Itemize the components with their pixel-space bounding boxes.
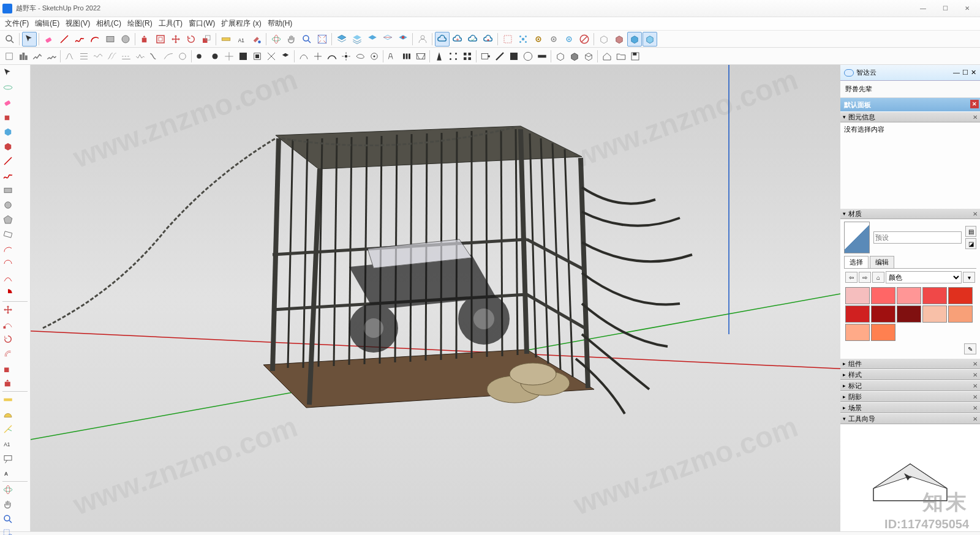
- tb2-36[interactable]: [521, 50, 535, 63]
- material-create-icon[interactable]: ▤: [965, 226, 976, 237]
- cloud-d-icon[interactable]: [481, 32, 496, 47]
- zhida-min[interactable]: —: [953, 69, 960, 77]
- shadows-close[interactable]: ✕: [973, 394, 978, 400]
- gear3-icon[interactable]: [562, 32, 576, 47]
- nav-home-icon[interactable]: ⌂: [872, 272, 884, 283]
- shadows-header[interactable]: 阴影✕: [840, 391, 980, 402]
- rect-select-icon[interactable]: [500, 32, 515, 47]
- lt-arc1[interactable]: [1, 242, 15, 256]
- tb2-23[interactable]: [325, 50, 339, 63]
- eraser-tool[interactable]: [42, 32, 56, 47]
- tape-tool[interactable]: [219, 32, 233, 47]
- lt-rot-rect[interactable]: [1, 228, 15, 241]
- tb2-19[interactable]: [265, 50, 278, 63]
- select-tool[interactable]: [22, 32, 37, 47]
- text-tool[interactable]: A1: [234, 32, 249, 47]
- tb2-38[interactable]: [554, 50, 567, 63]
- material-menu-icon[interactable]: ▾: [963, 272, 975, 283]
- tb2-20[interactable]: [279, 50, 292, 63]
- tb2-30[interactable]: [432, 50, 446, 63]
- tb2-35[interactable]: [507, 50, 521, 63]
- viewport[interactable]: www.znzmo.com www.znzmo.com www.znzmo.co…: [31, 65, 840, 531]
- tb2-save-icon[interactable]: [628, 50, 642, 63]
- lt-orbit[interactable]: [1, 81, 15, 94]
- color-swatch[interactable]: [948, 305, 973, 323]
- lt-pushpull[interactable]: [1, 110, 15, 124]
- tb2-04[interactable]: [45, 50, 58, 63]
- search-icon[interactable]: [2, 32, 17, 47]
- styles-header[interactable]: 样式✕: [840, 369, 980, 380]
- tb2-05[interactable]: [63, 50, 77, 63]
- lt-box[interactable]: [1, 125, 15, 138]
- lt-pan2[interactable]: [1, 498, 15, 511]
- scenes-close[interactable]: ✕: [973, 405, 978, 411]
- box-out-icon[interactable]: [597, 32, 611, 47]
- color-swatch[interactable]: [897, 305, 921, 323]
- tb2-39[interactable]: [568, 50, 581, 63]
- menu-extensions[interactable]: 扩展程序 (x): [219, 17, 263, 30]
- offset-tool[interactable]: [153, 32, 168, 47]
- color-swatch[interactable]: [948, 287, 973, 304]
- instructor-close[interactable]: ✕: [973, 416, 978, 422]
- tb2-home-icon[interactable]: [600, 50, 614, 63]
- material-default-icon[interactable]: ◪: [965, 238, 976, 249]
- entity-info-header[interactable]: 图元信息✕: [840, 111, 980, 122]
- tb2-31[interactable]: [447, 50, 460, 63]
- lt-3dtext[interactable]: A: [1, 466, 15, 480]
- lt-poly[interactable]: [1, 213, 15, 226]
- lt-freehand[interactable]: [1, 169, 15, 182]
- tab-edit[interactable]: 编辑: [870, 256, 894, 268]
- tb2-06[interactable]: [77, 50, 91, 63]
- color-swatch[interactable]: [845, 324, 870, 341]
- tags-close[interactable]: ✕: [973, 383, 978, 389]
- tb2-09[interactable]: [119, 50, 133, 63]
- menu-edit[interactable]: 编辑(E): [32, 17, 62, 30]
- lt-tape[interactable]: [1, 393, 15, 406]
- layers2-icon[interactable]: [350, 32, 364, 47]
- tb2-25[interactable]: [353, 50, 367, 63]
- components-close[interactable]: ✕: [973, 361, 978, 367]
- dropper-icon[interactable]: ✎: [964, 343, 976, 354]
- tb2-24[interactable]: [339, 50, 353, 63]
- zhida-close[interactable]: ✕: [971, 69, 976, 77]
- color-swatch[interactable]: [871, 305, 895, 323]
- tb2-37[interactable]: [535, 50, 549, 63]
- rotate-tool[interactable]: [184, 32, 198, 47]
- tb2-10[interactable]: [134, 50, 147, 63]
- entity-close[interactable]: ✕: [973, 114, 978, 121]
- tb2-08[interactable]: [105, 50, 119, 63]
- tb2-34[interactable]: [493, 50, 507, 63]
- lt-arc3[interactable]: [1, 272, 15, 285]
- menu-camera[interactable]: 相机(C): [94, 17, 124, 30]
- tb2-26[interactable]: [368, 50, 381, 63]
- color-swatch[interactable]: [845, 287, 870, 304]
- box-solid2-icon[interactable]: [643, 32, 657, 47]
- paint-tool[interactable]: [249, 32, 264, 47]
- nav-fwd-icon[interactable]: ⇨: [859, 272, 871, 283]
- tb2-12[interactable]: [162, 50, 175, 63]
- person-icon[interactable]: [415, 32, 430, 47]
- tb2-folder-icon[interactable]: [614, 50, 628, 63]
- menu-draw[interactable]: 绘图(R): [125, 17, 155, 30]
- nav-back-icon[interactable]: ⇦: [845, 272, 858, 283]
- warning-icon[interactable]: [577, 32, 592, 47]
- color-swatch[interactable]: [845, 305, 870, 323]
- rectangle-tool[interactable]: [103, 32, 118, 47]
- tb2-07[interactable]: [91, 50, 105, 63]
- section-icon[interactable]: [380, 32, 395, 47]
- lt-rotate[interactable]: [1, 332, 15, 346]
- lt-follow[interactable]: [1, 318, 15, 331]
- pushpull-tool[interactable]: [138, 32, 153, 47]
- line-tool[interactable]: [57, 32, 72, 47]
- tb2-02[interactable]: [17, 50, 30, 63]
- tb2-01[interactable]: [2, 50, 16, 63]
- maximize-button[interactable]: ☐: [935, 2, 956, 15]
- tray-close-button[interactable]: ✕: [970, 100, 979, 108]
- tb2-16[interactable]: [222, 50, 236, 63]
- color-swatch[interactable]: [922, 287, 947, 304]
- tb2-28[interactable]: [400, 50, 413, 63]
- tb2-22[interactable]: [311, 50, 325, 63]
- freehand-tool[interactable]: [72, 32, 87, 47]
- tb2-27[interactable]: [386, 50, 399, 63]
- lt-protractor[interactable]: [1, 408, 15, 421]
